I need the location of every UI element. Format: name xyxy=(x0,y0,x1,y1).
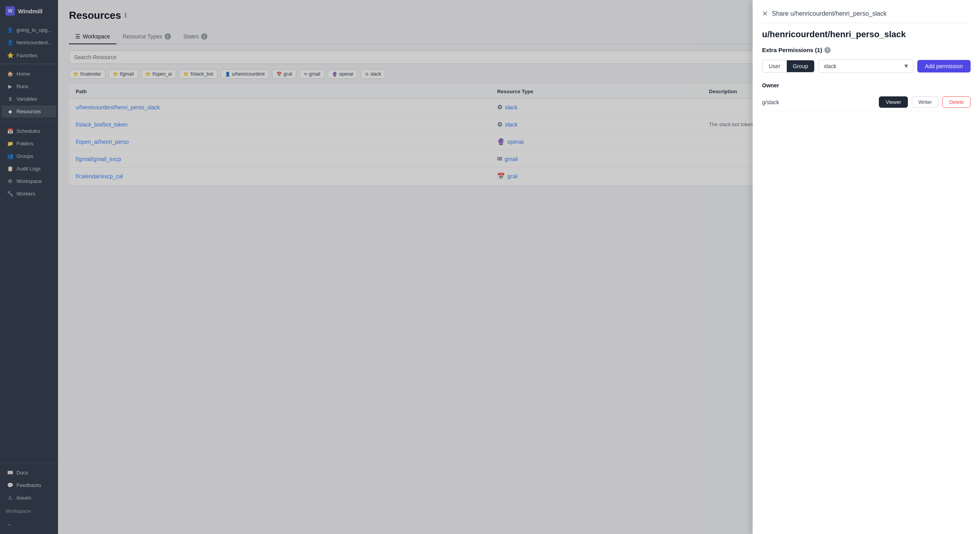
permission-select-wrapper: slack ▼ xyxy=(818,60,913,73)
share-panel: ✕ Share u/henricourdent/henri_perso_slac… xyxy=(753,0,980,534)
panel-header-title: Share u/henricourdent/henri_perso_slack xyxy=(772,10,887,17)
panel-close-button[interactable]: ✕ xyxy=(762,9,768,18)
writer-button[interactable]: Writer xyxy=(912,96,938,108)
panel-extra-permissions-title: Extra Permissions (1) i xyxy=(762,47,971,53)
viewer-button[interactable]: Viewer xyxy=(879,96,908,108)
permission-name-g-slack: g/slack xyxy=(762,99,875,105)
panel-header: ✕ Share u/henricourdent/henri_perso_slac… xyxy=(762,9,971,23)
delete-permission-button[interactable]: Delete xyxy=(942,96,971,108)
panel-resource-title: u/henricourdent/henri_perso_slack xyxy=(762,29,971,40)
add-permission-row: User Group slack ▼ Add permission xyxy=(762,60,971,73)
permissions-list: g/slack Viewer Writer Delete xyxy=(762,93,971,111)
extra-permissions-info-icon: i xyxy=(824,47,831,53)
permission-row-g-slack: g/slack Viewer Writer Delete xyxy=(762,93,971,111)
extra-permissions-label: Extra Permissions (1) xyxy=(762,47,822,53)
user-group-toggle: User Group xyxy=(762,60,815,72)
owner-section-label: Owner xyxy=(762,82,971,89)
permission-select[interactable]: slack xyxy=(818,60,913,73)
close-icon: ✕ xyxy=(762,9,768,18)
user-toggle-button[interactable]: User xyxy=(762,60,787,72)
add-permission-button[interactable]: Add permission xyxy=(917,60,971,72)
group-toggle-button[interactable]: Group xyxy=(787,60,815,72)
